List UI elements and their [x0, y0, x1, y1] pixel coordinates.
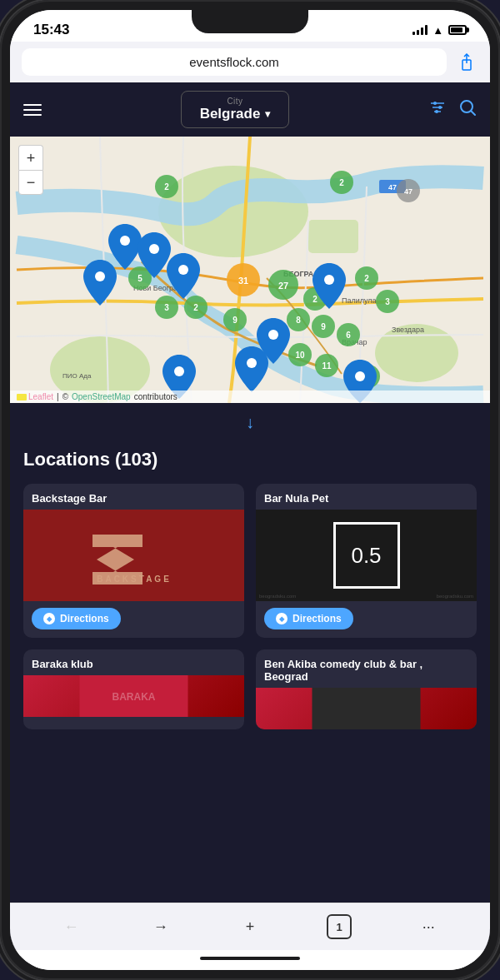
svg-point-67: [247, 358, 257, 368]
zoom-out-button[interactable]: −: [18, 170, 43, 195]
filter-icon[interactable]: [428, 98, 447, 121]
svg-rect-13: [308, 220, 358, 253]
directions-icon-nula: ◆: [276, 613, 288, 624]
svg-text:8: 8: [296, 316, 301, 325]
baraka-image: BARAKA: [23, 675, 244, 717]
svg-text:Звездара: Звездара: [392, 326, 424, 334]
back-button[interactable]: ←: [57, 912, 87, 942]
location-card-baraka[interactable]: Baraka klub BARAKA: [23, 649, 244, 729]
directions-button-backstage[interactable]: ◆ Directions: [32, 608, 121, 629]
tab-count: 1: [327, 914, 352, 939]
top-nav: City Belgrade ▾: [10, 82, 490, 137]
map-controls: + −: [18, 145, 43, 195]
scroll-indicator[interactable]: ↓: [10, 403, 490, 442]
city-selector[interactable]: City Belgrade ▾: [181, 91, 289, 128]
battery-icon: [448, 25, 467, 35]
signal-bars-icon: [412, 25, 428, 35]
svg-text:3: 3: [164, 303, 169, 312]
map-svg: 47 Нови Београд БЕОГРАД Палилула Врачар …: [10, 137, 490, 403]
location-name-backstage: Backstage Bar: [23, 484, 244, 510]
locations-section: Locations (103) Backstage Bar: [10, 442, 490, 903]
svg-point-63: [324, 275, 334, 285]
svg-text:2: 2: [312, 295, 318, 304]
location-card-bar-nula-pet[interactable]: Bar Nula Pet beogradsku.com beogradsku.c…: [256, 484, 477, 638]
svg-point-61: [149, 244, 159, 254]
svg-point-60: [120, 236, 130, 246]
screen: 15:43 ▲ eventsflock.com: [10, 10, 490, 970]
map-attribution: Leaflet | © OpenStreetMap contributors: [10, 391, 490, 403]
svg-point-4: [433, 102, 437, 105]
share-icon[interactable]: [455, 51, 478, 74]
svg-point-64: [268, 330, 278, 340]
svg-text:ПИО Ада: ПИО Ада: [62, 372, 92, 380]
locations-title: Locations (103): [23, 442, 477, 484]
svg-point-6: [435, 110, 438, 113]
tab-switcher-button[interactable]: 1: [324, 912, 354, 942]
svg-point-66: [174, 366, 184, 376]
home-bar: [200, 957, 300, 960]
svg-text:9: 9: [232, 316, 238, 325]
svg-text:9: 9: [321, 322, 326, 331]
svg-point-5: [438, 106, 442, 109]
new-tab-button[interactable]: +: [235, 912, 265, 942]
more-options-button[interactable]: ···: [413, 912, 443, 942]
locations-grid: Backstage Bar BACKSTAGE: [23, 484, 477, 743]
location-name-baraka: Baraka klub: [23, 649, 244, 675]
hamburger-menu-icon[interactable]: [23, 104, 42, 116]
svg-text:10: 10: [295, 351, 305, 360]
svg-text:5: 5: [138, 274, 142, 283]
location-name-ben-akiba: Ben Akiba comedy club & bar , Beograd: [256, 649, 477, 688]
map-background: 47 Нови Београд БЕОГРАД Палилула Врачар …: [10, 137, 490, 403]
location-card-backstage-bar[interactable]: Backstage Bar BACKSTAGE: [23, 484, 244, 638]
status-icons: ▲: [412, 24, 467, 37]
svg-text:47: 47: [388, 183, 397, 192]
bar-nula-logo: beogradsku.com beogradsku.com 0.5: [256, 510, 477, 601]
directions-icon: ◆: [43, 613, 55, 624]
map-container[interactable]: 47 Нови Београд БЕОГРАД Палилула Врачар …: [10, 137, 490, 403]
ben-akiba-image: [256, 688, 477, 729]
location-name-nula: Bar Nula Pet: [256, 484, 477, 510]
url-bar[interactable]: eventsflock.com: [22, 48, 447, 76]
home-indicator: [10, 950, 490, 970]
svg-point-62: [178, 265, 188, 275]
svg-line-8: [471, 111, 475, 115]
svg-rect-72: [312, 688, 421, 729]
directions-button-nula[interactable]: ◆ Directions: [264, 608, 353, 629]
svg-text:11: 11: [322, 361, 332, 371]
leaflet-attribution[interactable]: Leaflet: [28, 392, 53, 401]
svg-text:2: 2: [164, 182, 169, 192]
svg-text:6: 6: [346, 331, 351, 340]
svg-text:31: 31: [238, 276, 248, 286]
search-icon[interactable]: [458, 98, 477, 121]
location-image-nula: beogradsku.com beogradsku.com 0.5: [256, 510, 477, 601]
forward-button[interactable]: →: [146, 912, 176, 942]
notch: [192, 10, 308, 33]
svg-text:2: 2: [364, 274, 369, 283]
city-label: City: [227, 97, 242, 106]
svg-text:BACKSTAGE: BACKSTAGE: [97, 575, 172, 584]
url-text: eventsflock.com: [189, 55, 279, 69]
status-bar: 15:43 ▲: [10, 10, 490, 42]
svg-text:Палилула: Палилула: [342, 296, 377, 305]
svg-point-65: [95, 271, 105, 281]
svg-text:27: 27: [278, 281, 288, 291]
city-dropdown: City Belgrade ▾: [50, 91, 420, 128]
status-time: 15:43: [33, 22, 69, 38]
svg-text:2: 2: [193, 303, 198, 312]
nula-text: 0.5: [351, 543, 381, 569]
app-content: City Belgrade ▾: [10, 82, 490, 950]
city-name: Belgrade ▾: [200, 106, 271, 122]
svg-point-68: [355, 371, 365, 381]
backstage-logo: BACKSTAGE: [23, 510, 244, 601]
svg-text:BARAKA: BARAKA: [112, 691, 156, 703]
svg-text:47: 47: [404, 187, 412, 196]
phone-frame: 15:43 ▲ eventsflock.com: [0, 0, 500, 980]
svg-text:2: 2: [339, 178, 344, 187]
nula-box: 0.5: [333, 522, 400, 589]
svg-text:3: 3: [385, 297, 390, 306]
zoom-in-button[interactable]: +: [18, 145, 43, 170]
dropdown-arrow-icon: ▾: [265, 108, 270, 120]
browser-bar: eventsflock.com: [10, 42, 490, 82]
osm-attribution[interactable]: OpenStreetMap: [72, 392, 131, 401]
location-card-ben-akiba[interactable]: Ben Akiba comedy club & bar , Beograd: [256, 649, 477, 729]
